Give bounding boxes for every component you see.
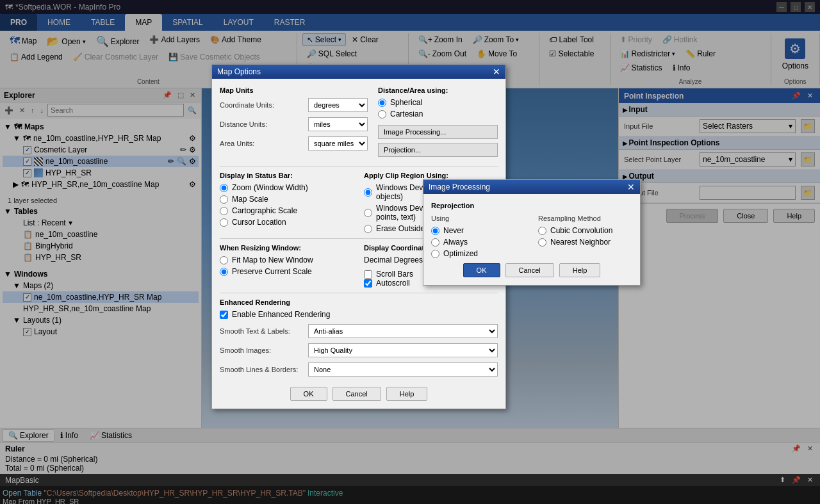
optimized-radio-label[interactable]: Optimized bbox=[431, 249, 525, 258]
image-processing-btn[interactable]: Image Processing... bbox=[378, 125, 498, 139]
fit-map-label: Fit Map to New Window bbox=[232, 256, 313, 264]
separator-3 bbox=[220, 293, 498, 293]
reprojection-section-label: Reprojection bbox=[431, 202, 632, 209]
carto-scale-radio[interactable] bbox=[220, 207, 228, 215]
map-options-title: Map Options ✕ bbox=[212, 65, 505, 79]
distance-label: Distance Units: bbox=[220, 120, 303, 128]
distance-area-radios: Spherical Cartesian bbox=[378, 98, 498, 118]
img-proc-ok-btn[interactable]: OK bbox=[463, 263, 500, 277]
map-units-title: Map Units bbox=[220, 86, 368, 94]
smooth-images-label: Smooth Images: bbox=[220, 346, 303, 354]
cursor-location-radio[interactable] bbox=[220, 218, 228, 227]
modal-overlay: Map Options ✕ Map Units Coordinate Units… bbox=[0, 0, 820, 504]
distance-row: Distance Units: miles bbox=[220, 117, 368, 131]
map-options-btn-row: OK Cancel Help bbox=[220, 382, 498, 401]
clip-region-title: Apply Clip Region Using: bbox=[364, 172, 498, 179]
smooth-images-row: Smooth Images: None Bilinear High Qualit… bbox=[220, 343, 498, 357]
spherical-radio-label[interactable]: Spherical bbox=[378, 98, 498, 107]
smooth-lines-select[interactable]: None Anti-alias bbox=[308, 362, 498, 377]
enable-rendering-item[interactable]: Enable Enhanced Rendering bbox=[220, 310, 498, 319]
area-row: Area Units: square miles bbox=[220, 136, 368, 150]
area-label: Area Units: bbox=[220, 140, 303, 147]
smooth-text-row: Smooth Text & Labels: None Anti-alias bbox=[220, 324, 498, 338]
cartesian-radio[interactable] bbox=[378, 110, 386, 118]
img-proc-content: Reprojection Using Never Always bbox=[423, 194, 640, 285]
img-proc-btn-row: OK Cancel Help bbox=[431, 258, 632, 277]
cubic-convolution-label: Cubic Convolution bbox=[550, 226, 612, 235]
map-options-title-text: Map Options bbox=[217, 67, 261, 76]
enable-rendering-checkbox[interactable] bbox=[220, 311, 228, 319]
optimized-radio[interactable] bbox=[431, 250, 439, 258]
area-select[interactable]: square miles bbox=[308, 136, 368, 150]
map-options-help-btn[interactable]: Help bbox=[386, 387, 428, 401]
scrollbars-label: Scroll Bars bbox=[376, 270, 413, 279]
map-scale-label: Map Scale bbox=[232, 195, 268, 204]
cartesian-radio-label[interactable]: Cartesian bbox=[378, 110, 498, 118]
cursor-location-radio-label[interactable]: Cursor Location bbox=[220, 218, 354, 227]
fit-map-radio-label[interactable]: Fit Map to New Window bbox=[220, 256, 354, 264]
fit-map-radio[interactable] bbox=[220, 256, 228, 264]
carto-scale-radio-label[interactable]: Cartographic Scale bbox=[220, 206, 354, 215]
using-col-title: Using bbox=[431, 215, 525, 222]
cartesian-label: Cartesian bbox=[390, 110, 423, 118]
img-proc-cancel-btn[interactable]: Cancel bbox=[505, 263, 554, 277]
spherical-radio[interactable] bbox=[378, 99, 386, 107]
zoom-window-radio[interactable] bbox=[220, 184, 228, 192]
always-radio[interactable] bbox=[431, 238, 439, 247]
img-proc-title-bar: Image Processing ✕ bbox=[423, 180, 640, 194]
erase-outside-radio[interactable] bbox=[364, 225, 372, 233]
map-options-ok-btn[interactable]: OK bbox=[290, 387, 327, 401]
img-proc-close-btn[interactable]: ✕ bbox=[627, 183, 635, 191]
enhanced-rendering-title: Enhanced Rendering bbox=[220, 298, 498, 306]
cubic-convolution-radio-label[interactable]: Cubic Convolution bbox=[538, 226, 632, 235]
smooth-images-select[interactable]: None Bilinear High Quality bbox=[308, 343, 498, 357]
using-col: Using Never Always Optimized bbox=[431, 215, 525, 258]
distance-area-col: Distance/Area using: Spherical Cartesian… bbox=[378, 86, 498, 161]
cubic-convolution-radio[interactable] bbox=[538, 227, 546, 235]
nearest-neighbor-radio-label[interactable]: Nearest Neighbor bbox=[538, 238, 632, 247]
never-label: Never bbox=[443, 226, 464, 235]
map-options-cols: Map Units Coordinate Units: degrees Dist… bbox=[220, 86, 498, 161]
nearest-neighbor-radio[interactable] bbox=[538, 238, 546, 247]
img-proc-help-btn[interactable]: Help bbox=[559, 263, 601, 277]
display-status-title: Display in Status Bar: bbox=[220, 172, 354, 179]
zoom-window-radio-label[interactable]: Zoom (Window Width) bbox=[220, 183, 354, 192]
decimal-degrees-value: Decimal Degrees bbox=[364, 256, 423, 264]
cursor-location-label: Cursor Location bbox=[232, 218, 286, 227]
reprojection-grid: Using Never Always Optimized bbox=[431, 215, 632, 258]
coordinate-label: Coordinate Units: bbox=[220, 101, 303, 109]
map-scale-radio[interactable] bbox=[220, 195, 228, 204]
preserve-scale-radio-label[interactable]: Preserve Current Scale bbox=[220, 267, 354, 276]
separator-1 bbox=[220, 166, 498, 167]
spherical-label: Spherical bbox=[390, 98, 422, 107]
never-radio[interactable] bbox=[431, 227, 439, 235]
projection-btn[interactable]: Projection... bbox=[378, 143, 498, 157]
smooth-lines-row: Smooth Lines & Borders: None Anti-alias bbox=[220, 362, 498, 377]
processing-btns: Image Processing... Projection... bbox=[378, 125, 498, 161]
resize-col: When Resizing Window: Fit Map to New Win… bbox=[220, 244, 354, 288]
map-options-cancel-btn[interactable]: Cancel bbox=[332, 387, 381, 401]
smooth-options: Smooth Text & Labels: None Anti-alias Sm… bbox=[220, 324, 498, 377]
enable-rendering-label: Enable Enhanced Rendering bbox=[232, 310, 330, 319]
distance-select[interactable]: miles bbox=[308, 117, 368, 131]
using-radios: Never Always Optimized bbox=[431, 226, 525, 258]
coordinate-row: Coordinate Units: degrees bbox=[220, 98, 368, 112]
clip-no-points-radio[interactable] bbox=[364, 209, 372, 217]
resampling-col: Resampling Method Cubic Convolution Near… bbox=[538, 215, 632, 258]
map-scale-radio-label[interactable]: Map Scale bbox=[220, 195, 354, 204]
when-resizing-title: When Resizing Window: bbox=[220, 244, 354, 252]
optimized-label: Optimized bbox=[443, 249, 478, 258]
never-radio-label[interactable]: Never bbox=[431, 226, 525, 235]
coordinate-select[interactable]: degrees bbox=[308, 98, 368, 112]
clip-all-radio[interactable] bbox=[364, 188, 372, 197]
always-radio-label[interactable]: Always bbox=[431, 238, 525, 247]
map-options-close-btn[interactable]: ✕ bbox=[493, 67, 500, 76]
smooth-text-label: Smooth Text & Labels: bbox=[220, 327, 303, 335]
img-proc-title-text: Image Processing bbox=[429, 183, 490, 191]
resampling-col-title: Resampling Method bbox=[538, 215, 632, 222]
resampling-radios: Cubic Convolution Nearest Neighbor bbox=[538, 226, 632, 247]
scrollbars-checkbox[interactable] bbox=[364, 270, 372, 279]
autoscroll-checkbox[interactable] bbox=[364, 279, 372, 288]
smooth-text-select[interactable]: None Anti-alias bbox=[308, 324, 498, 338]
preserve-scale-radio[interactable] bbox=[220, 268, 228, 276]
